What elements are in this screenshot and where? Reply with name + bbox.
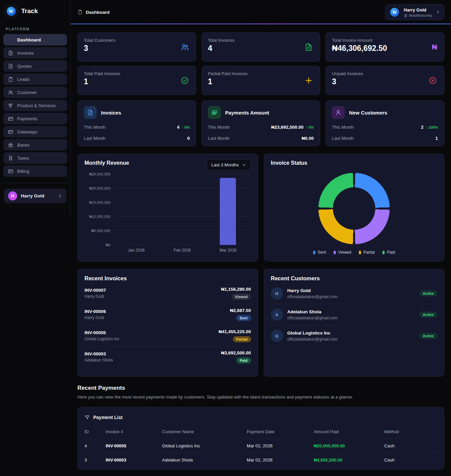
invoice-list-item[interactable]: INV-00003Adelakun Shola₦3,692,500.00Paid — [84, 347, 251, 368]
metric-label: Last Month — [208, 136, 230, 141]
invoice-status-card: Invoice Status SentViewedPartialPaid — [264, 154, 445, 261]
sidebar-item-gateways[interactable]: Gateways — [3, 126, 67, 137]
customer-email: officialadelakun@gmail.com — [287, 337, 415, 342]
sidebar-item-quotes[interactable]: Quotes — [3, 60, 67, 72]
cell-method: Cash — [384, 457, 437, 463]
cell-date: Mar 02, 2026 — [247, 457, 314, 463]
legend-dot — [382, 251, 385, 254]
metric-value-wrap: 0 — [187, 135, 190, 141]
invoice-list-item[interactable]: INV-00007Harry Gold₦1,156,280.00Viewed — [84, 283, 251, 304]
cell-amount: ₦3,692,500.00 — [314, 457, 384, 463]
revenue-bar — [220, 178, 236, 245]
header-user-org: WebMotionHq — [404, 13, 432, 18]
cell-invoice: INV-00003 — [106, 457, 162, 463]
sidebar-item-customer[interactable]: Customer — [3, 87, 67, 98]
sidebar-item-product-services[interactable]: Product & Services — [3, 100, 67, 111]
invoice-list-item[interactable]: INV-00005Global Logistics Inc₦41,455,225… — [84, 325, 251, 347]
y-tick-label: ₦15,000,000 — [89, 200, 110, 204]
customer-list-item[interactable]: AAdelakun Sholaofficialadelakun@gmail.co… — [271, 304, 438, 325]
sidebar: W Track PLATFORM DashboardInvoicesQuotes… — [0, 0, 71, 476]
legend-label: Viewed — [338, 250, 351, 255]
sidebar-divider — [0, 183, 70, 183]
status-badge: Paid — [236, 357, 251, 363]
invoice-list-item[interactable]: INV-00006Harry Gold₦2,687.50Sent — [84, 304, 251, 325]
header-user-menu[interactable]: W Harry Gold WebMotionHq — [385, 4, 445, 20]
payment-list-title: Payment List — [93, 415, 123, 420]
brand-logo-icon: W — [5, 5, 18, 18]
cash-icon — [211, 109, 218, 116]
x-tick-label: Feb 2026 — [159, 248, 205, 253]
check-circle-icon — [180, 76, 189, 85]
stat-cards-row-1: Total Customers3Total Invoices4Total Inv… — [77, 32, 444, 62]
summary-icon-tile — [84, 106, 97, 119]
dashboard-content: Total Customers3Total Invoices4Total Inv… — [71, 24, 451, 476]
breadcrumb-label: Dashboard — [86, 10, 110, 15]
sidebar-user-name: Harry Gold — [21, 193, 54, 198]
delta-badge: ↑ 0% — [181, 125, 189, 129]
invoice-number: INV-00003 — [84, 351, 113, 356]
invoice-customer: Harry Gold — [84, 294, 106, 299]
sidebar-item-label: Taxes — [17, 156, 29, 161]
sidebar-nav: DashboardInvoicesQuotesLeadsCustomerProd… — [0, 34, 70, 177]
invoice-amount: ₦2,687.50 — [230, 308, 251, 313]
chart-legend: SentViewedPartialPaid — [313, 250, 395, 255]
metric-value-wrap: ₦23,692,500.00↑ 0% — [271, 124, 314, 130]
sidebar-item-taxes[interactable]: Taxes — [3, 152, 67, 164]
legend-item-partial[interactable]: Partial — [359, 250, 375, 255]
legend-dot — [334, 251, 336, 254]
sidebar-item-dashboard[interactable]: Dashboard — [3, 34, 67, 45]
revenue-range-select[interactable]: Last 3 Months — [207, 159, 251, 170]
summary-metric-row: This Month2↑ 100% — [332, 124, 438, 130]
status-badge: Active — [419, 312, 437, 318]
sidebar-item-invoices[interactable]: Invoices — [3, 47, 67, 59]
legend-label: Sent — [318, 250, 326, 255]
stat-card-total-invoices: Total Invoices4 — [202, 32, 320, 62]
summary-card-header: New Customers — [332, 106, 438, 119]
invoice-amount: ₦41,455,225.00 — [218, 329, 251, 334]
table-row[interactable]: 4INV-00005Global Logistics IncMar 02, 20… — [84, 439, 437, 453]
header-org-name: WebMotionHq — [409, 13, 432, 18]
bar-column — [113, 174, 159, 245]
summary-cards-row: InvoicesThis Month4↑ 0%Last Month0Paymen… — [77, 100, 444, 146]
x-tick-label: Mar 2026 — [205, 248, 251, 253]
stat-card-label: Total Customers — [84, 38, 190, 43]
sidebar-item-payments[interactable]: Payments — [3, 113, 67, 124]
delta-badge: ↑ 100% — [425, 125, 438, 129]
sidebar-item-label: Quotes — [17, 64, 32, 69]
sidebar-user-menu[interactable]: H Harry Gold — [4, 189, 66, 203]
metric-label: Last Month — [84, 136, 105, 141]
customer-name: Adelakun Shola — [287, 309, 415, 314]
customer-list-item[interactable]: HHarry Goldofficialadelakun@gmail.comAct… — [271, 283, 438, 304]
invoice-info: INV-00005Global Logistics Inc — [84, 330, 119, 341]
sidebar-item-leads[interactable]: Leads — [3, 73, 67, 85]
sidebar-item-billing[interactable]: Billing — [3, 165, 67, 177]
summary-card-new-customers: New CustomersThis Month2↑ 100%Last Month… — [325, 100, 444, 146]
invoice-number: INV-00007 — [84, 288, 106, 293]
coins-icon — [8, 103, 13, 108]
sidebar-section-label: PLATFORM — [0, 20, 70, 34]
column-header: Payment Date — [247, 429, 314, 434]
legend-item-paid[interactable]: Paid — [382, 250, 395, 255]
user-icon — [335, 109, 342, 116]
sidebar-item-banks[interactable]: Banks — [3, 139, 67, 151]
column-header: Method — [384, 429, 437, 434]
legend-dot — [313, 251, 315, 254]
metric-label: This Month — [84, 125, 105, 130]
stat-card-partial-paid-invoices: Partial Paid Invoices1 — [202, 66, 320, 95]
avatar: H — [271, 287, 283, 299]
customer-info: Adelakun Sholaofficialadelakun@gmail.com — [287, 309, 415, 320]
metric-value: 2 — [421, 125, 424, 130]
customer-list-item[interactable]: GGlobal Logistics Incofficialadelakun@gm… — [271, 325, 438, 346]
table-row[interactable]: 3INV-00003Adelakun SholaMar 02, 2026₦3,6… — [84, 453, 437, 467]
main-area: Dashboard W Harry Gold WebMotionHq Total… — [71, 0, 451, 476]
legend-item-sent[interactable]: Sent — [313, 250, 326, 255]
y-tick-label: ₦25,000,000 — [89, 172, 110, 176]
legend-item-viewed[interactable]: Viewed — [334, 250, 351, 255]
stat-card-total-customers: Total Customers3 — [77, 32, 196, 62]
stat-card-value: 3 — [84, 44, 190, 53]
metric-label: Last Month — [332, 136, 353, 141]
header-user-name: Harry Gold — [404, 7, 426, 12]
recent-customers-card: Recent Customers HHarry Goldofficialadel… — [264, 269, 445, 377]
column-header: Amount Paid — [314, 429, 384, 434]
invoice-amount-wrap: ₦3,692,500.00Paid — [221, 350, 251, 363]
